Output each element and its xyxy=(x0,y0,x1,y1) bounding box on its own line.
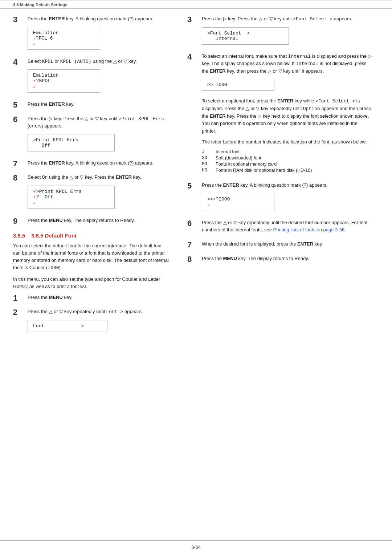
step-content: Press the ▷ key. Press the △ or ▽ key un… xyxy=(202,15,372,48)
font-table: I Internal font SO Soft (downloaded) fon… xyxy=(202,149,372,173)
left-column: 3 Press the ENTER key. A blinking questi… xyxy=(13,9,180,340)
step-text: Press the ▷ key. Press the △ or ▽ key un… xyxy=(28,115,169,130)
right-step-3: 3 Press the ▷ key. Press the △ or ▽ key … xyxy=(187,15,372,48)
section-header: 3.6 Making Default Settings xyxy=(0,0,392,9)
left-step-7: 7 Press the ENTER key. A blinking questi… xyxy=(13,159,169,169)
step-number: 9 xyxy=(13,217,25,226)
right-step-7: 7 When the desired font is displayed, pr… xyxy=(187,240,372,250)
cursor-icon: ✦ xyxy=(33,189,36,194)
step-text: Press the ▷ key. Press the △ or ▽ key un… xyxy=(202,15,372,23)
content-area: 3 Press the ENTER key. A blinking questi… xyxy=(0,9,392,340)
step-content: Press the ENTER key. A blinking question… xyxy=(28,15,169,53)
step-content: Press the MENU key. The display returns … xyxy=(28,217,169,226)
printing-fonts-link[interactable]: Printing lists of fonts on page 3-36 xyxy=(273,227,345,232)
step-text: Press the MENU key. The display returns … xyxy=(28,217,169,224)
page-number: 3-34 xyxy=(191,544,201,550)
cursor-icon2: ✦ xyxy=(33,195,36,199)
step-number: 4 xyxy=(187,53,199,61)
step-number: 5 xyxy=(187,182,199,190)
step-number: 4 xyxy=(13,58,25,66)
right-step-6: 6 Press the △ or ▽ key repeatedly until … xyxy=(187,219,372,235)
step-number: 3 xyxy=(13,15,25,24)
after-code-para-2: The letter before the number indicates t… xyxy=(202,138,372,146)
font-val: Fonts in RAM disk or optional hard disk … xyxy=(216,168,312,173)
section-para-1: You can select the default font for the … xyxy=(13,242,169,272)
section-365-heading: 3.6.5 3.6.5 Default Font xyxy=(13,232,169,239)
step-content: Press the △ or ▽ key repeatedly until Fo… xyxy=(28,308,169,335)
step-number: 7 xyxy=(187,240,199,249)
page: 3.6 Making Default Settings 3 Press the … xyxy=(0,0,392,555)
code-display: Emulation ✦?PCL 6 ↙ xyxy=(28,27,100,50)
right-step-5: 5 Press the ENTER key. A blinking questi… xyxy=(187,182,372,214)
step-content: Press the △ or ▽ key repeatedly until th… xyxy=(202,219,372,235)
font-key: SO xyxy=(202,155,216,161)
right-column: 3 Press the ▷ key. Press the △ or ▽ key … xyxy=(180,9,372,340)
cursor-arrows: ↙ xyxy=(33,41,36,46)
step-text: Press the ENTER key. A blinking question… xyxy=(202,182,372,189)
step-number: 2 xyxy=(13,308,25,317)
step-text: Select On using the △ or ▽ key. Press th… xyxy=(28,174,169,181)
step-content: Press the ENTER key. xyxy=(28,101,169,110)
step-text: Select KPDL or KPDL (AUTO) using the △ o… xyxy=(28,58,169,65)
code-display: >Font Select > Internal xyxy=(202,27,289,45)
font-key: MO xyxy=(202,162,216,167)
cursor-icon: ✦ xyxy=(33,78,36,83)
font-table-row: I Internal font xyxy=(202,149,372,154)
step-number: 8 xyxy=(13,174,25,182)
step-content: When the desired font is displayed, pres… xyxy=(202,240,372,250)
step-text: Press the ENTER key. A blinking question… xyxy=(28,159,169,167)
left-step-4: 4 Select KPDL or KPDL (AUTO) using the △… xyxy=(13,58,169,96)
step-content: Press the MENU key. xyxy=(28,294,169,303)
section-title: 3.6.5 Default Font xyxy=(31,232,77,239)
step-number: 8 xyxy=(187,255,199,264)
step-content: Select KPDL or KPDL (AUTO) using the △ o… xyxy=(28,58,169,96)
step-content: Press the ENTER key. A blinking question… xyxy=(202,182,372,214)
font-table-row: HO Fonts in RAM disk or optional hard di… xyxy=(202,168,372,173)
header-text: 3.6 Making Default Settings xyxy=(13,3,68,7)
step-content: Press the ▷ key. Press the △ or ▽ key un… xyxy=(28,115,169,154)
step-content: Press the MENU key. The display returns … xyxy=(202,255,372,264)
code-display: ✦>Print KPDL Errs ✦? Off ↙ xyxy=(28,186,115,209)
sub-step-1: 1 Press the MENU key. xyxy=(13,294,169,303)
font-key: HO xyxy=(202,168,216,173)
step-number: 5 xyxy=(13,101,25,109)
right-step-4: 4 To select an internal font, make sure … xyxy=(187,53,372,177)
code-display: >> I000 xyxy=(202,79,274,91)
step-number: 6 xyxy=(187,219,199,228)
step-content: Select On using the △ or ▽ key. Press th… xyxy=(28,174,169,212)
font-val: Fonts in optional memory card xyxy=(216,162,277,167)
font-val: Internal font xyxy=(216,149,240,154)
after-code-para-1: To select an optional font, press the EN… xyxy=(202,97,372,135)
font-val: Soft (downloaded) font xyxy=(216,155,261,161)
bottom-rule xyxy=(0,540,392,540)
step-content: Press the ENTER key. A blinking question… xyxy=(28,159,169,169)
font-table-row: MO Fonts in optional memory card xyxy=(202,162,372,167)
code-display: Font > xyxy=(28,320,107,332)
code-display: >Print KPDL Errs Off xyxy=(28,134,115,151)
step-text: Press the MENU key. The display returns … xyxy=(202,255,372,262)
section-num: 3.6.5 xyxy=(13,232,25,239)
code-display: >>✦?I000 ↙ xyxy=(202,193,274,211)
font-key: I xyxy=(202,149,216,154)
step-text: When the desired font is displayed, pres… xyxy=(202,240,372,248)
step-text: Press the ENTER key. A blinking question… xyxy=(28,15,169,23)
cursor-icon: ✦ xyxy=(33,36,36,40)
right-step-8: 8 Press the MENU key. The display return… xyxy=(187,255,372,264)
step-text: Press the ENTER key. xyxy=(28,101,169,108)
left-step-5: 5 Press the ENTER key. xyxy=(13,101,169,110)
step-number: 3 xyxy=(187,15,199,24)
step-number: 7 xyxy=(13,159,25,168)
font-table-row: SO Soft (downloaded) font xyxy=(202,155,372,161)
sub-step-2: 2 Press the △ or ▽ key repeatedly until … xyxy=(13,308,169,335)
step-text: To select an internal font, make sure th… xyxy=(202,53,372,75)
left-step-6: 6 Press the ▷ key. Press the △ or ▽ key … xyxy=(13,115,169,154)
left-step-8: 8 Select On using the △ or ▽ key. Press … xyxy=(13,174,169,212)
left-step-3: 3 Press the ENTER key. A blinking questi… xyxy=(13,15,169,53)
left-step-9: 9 Press the MENU key. The display return… xyxy=(13,217,169,226)
section-para-2: In this menu, you can also set the type … xyxy=(13,276,169,290)
step-content: To select an internal font, make sure th… xyxy=(202,53,372,177)
step-text: Press the MENU key. xyxy=(28,294,169,301)
page-footer: 3-34 xyxy=(0,544,392,550)
step-number: 1 xyxy=(13,294,25,303)
step-text: Press the △ or ▽ key repeatedly until th… xyxy=(202,219,372,233)
